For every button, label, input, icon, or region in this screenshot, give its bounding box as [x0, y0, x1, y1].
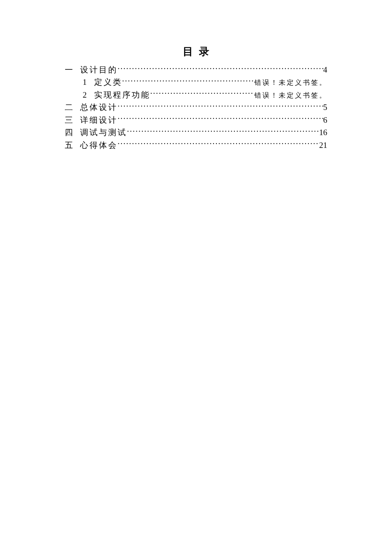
toc-entry-label: 调试与测试	[80, 126, 127, 139]
toc-entry-label: 定义类	[94, 76, 122, 88]
toc-entry-page: 6	[323, 114, 328, 126]
toc-entry-page-error: 错误！未定义书签。	[254, 78, 327, 88]
toc-leader-dots	[127, 127, 319, 135]
toc-entry-number: 五	[65, 139, 74, 151]
toc-entry-label: 心得体会	[80, 139, 118, 151]
toc-entry-number: 二	[65, 101, 74, 113]
toc-leader-dots	[118, 140, 319, 148]
toc-entry-label: 详细设计	[80, 114, 118, 126]
toc-entry-page: 21	[319, 139, 327, 151]
toc-entry-page: 16	[319, 126, 327, 139]
toc-leader-dots	[150, 90, 255, 98]
toc-entry: 一 设计目的 4	[65, 64, 327, 76]
toc-entry-number: 四	[65, 126, 74, 139]
toc-entry-page-error: 错误！未定义书签。	[254, 90, 327, 101]
toc-entry-number: 1	[83, 76, 88, 88]
document-page: 目录 一 设计目的 4 1 定义类 错误！未定义书签。 2 实现程序功能 错误！…	[0, 45, 392, 151]
toc-entry-number: 三	[65, 114, 74, 126]
toc-entry-page: 5	[323, 101, 328, 113]
toc-entry: 1 定义类 错误！未定义书签。	[65, 76, 327, 88]
toc-entry-page: 4	[323, 64, 328, 76]
toc-entry: 2 实现程序功能 错误！未定义书签。	[65, 89, 327, 101]
table-of-contents: 一 设计目的 4 1 定义类 错误！未定义书签。 2 实现程序功能 错误！未定义…	[65, 64, 327, 151]
toc-leader-dots	[118, 64, 323, 72]
toc-entry: 五 心得体会 21	[65, 139, 327, 151]
toc-entry-label: 设计目的	[80, 64, 118, 76]
toc-leader-dots	[118, 102, 323, 110]
toc-entry: 二 总体设计 5	[65, 101, 327, 113]
toc-entry-number: 2	[83, 89, 88, 101]
toc-entry: 四 调试与测试 16	[65, 126, 327, 139]
toc-entry-label: 总体设计	[80, 101, 118, 113]
toc-title: 目录	[65, 45, 327, 58]
toc-leader-dots	[122, 77, 255, 85]
toc-entry-label: 实现程序功能	[94, 89, 150, 101]
toc-leader-dots	[118, 115, 323, 123]
toc-entry-number: 一	[65, 64, 74, 76]
toc-entry: 三 详细设计 6	[65, 114, 327, 126]
